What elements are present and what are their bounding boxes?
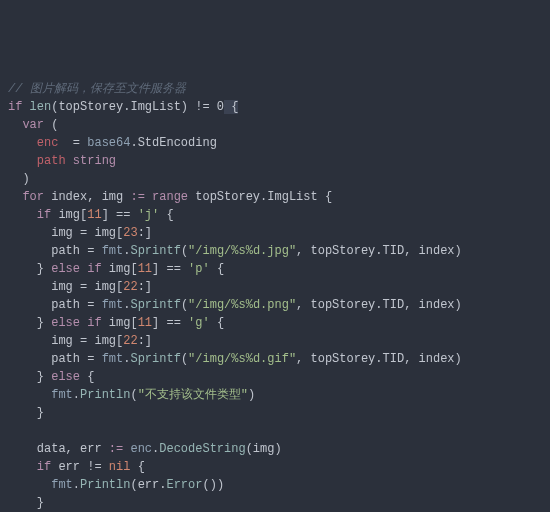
code-line: img = img[22:] [8,280,152,294]
code-line: } else { [8,370,94,384]
cursor-position: { [224,100,238,114]
code-line: } else if img[11] == 'p' { [8,262,224,276]
code-line: enc = base64.StdEncoding [8,136,217,150]
code-line: img = img[23:] [8,226,152,240]
code-line: if len(topStorey.ImgList) != 0 { [8,100,238,114]
code-line: path = fmt.Sprintf("/img/%s%d.gif", topS… [8,352,462,366]
code-line: // 图片解码，保存至文件服务器 [8,82,186,96]
code-line: data, err := enc.DecodeString(img) [8,442,282,456]
code-line: for index, img := range topStorey.ImgLis… [8,190,332,204]
comment: // 图片解码，保存至文件服务器 [8,82,186,96]
code-line: path = fmt.Sprintf("/img/%s%d.jpg", topS… [8,244,462,258]
code-line: if img[11] == 'j' { [8,208,174,222]
code-line: } else if img[11] == 'g' { [8,316,224,330]
code-line: if err != nil { [8,460,145,474]
code-line: } [8,406,44,420]
code-line: } [8,496,44,510]
code-editor[interactable]: // 图片解码，保存至文件服务器 if len(topStorey.ImgLis… [8,80,542,512]
code-line: path = fmt.Sprintf("/img/%s%d.png", topS… [8,298,462,312]
code-line: path string [8,154,116,168]
code-line: ) [8,172,30,186]
code-line: fmt.Println(err.Error()) [8,478,224,492]
code-line: fmt.Println("不支持该文件类型") [8,388,255,402]
code-line: var ( [8,118,58,132]
code-line: img = img[22:] [8,334,152,348]
